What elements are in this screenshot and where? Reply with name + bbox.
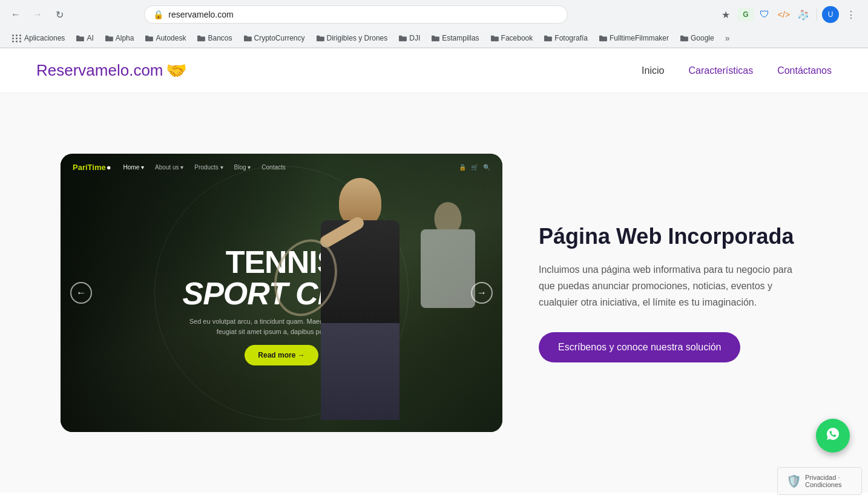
folder-icon: [76, 34, 84, 42]
bookmark-facebook[interactable]: Facebook: [485, 32, 538, 44]
folder-icon: [398, 34, 407, 42]
page-content: Reservamelo.com 🤝 Inicio Características…: [0, 48, 868, 501]
slider-nav-home: Home ▾: [123, 164, 144, 171]
site-navigation: Inicio Características Contáctanos: [642, 65, 832, 76]
bookmark-star-button[interactable]: ★: [716, 5, 735, 24]
folder-icon: [544, 34, 552, 42]
folder-icon: [197, 34, 205, 42]
bookmark-google-label: Google: [691, 34, 714, 42]
browser-chrome: ← → ↻ 🔒 reservamelo.com ★ G 🛡 </> 🧦 U ⋮: [0, 0, 868, 48]
recaptcha-badge: 🛡️ Privacidad · Condiciones: [777, 467, 862, 495]
feature-content: Página Web Incorporada Incluimos una pág…: [539, 223, 807, 363]
bookmark-autodesk-label: Autodesk: [156, 34, 186, 42]
browser-toolbar: ← → ↻ 🔒 reservamelo.com ★ G 🛡 </> 🧦 U ⋮: [0, 0, 868, 29]
bookmark-bancos[interactable]: Bancos: [192, 32, 237, 44]
slider-read-more-button[interactable]: Read more →: [245, 345, 318, 365]
bookmarks-bar: Aplicaciones AI Alpha Autodesk Bancos Cr…: [0, 29, 868, 48]
bookmark-alpha-label: Alpha: [116, 34, 134, 42]
url-text: reservamelo.com: [168, 10, 559, 19]
tennis-slider: PariTime ● Home ▾ About us ▾ Products ▾ …: [61, 154, 502, 432]
folder-icon: [680, 34, 688, 42]
extension-grammarly[interactable]: G: [738, 8, 754, 21]
bookmark-cryptocurrency-label: CryptoCurrency: [254, 34, 305, 42]
bookmark-estampillas[interactable]: Estampillas: [426, 32, 484, 44]
feature-title: Página Web Incorporada: [539, 223, 807, 249]
slider-next-button[interactable]: →: [471, 282, 493, 304]
slider-nav-about: About us ▾: [155, 164, 183, 171]
nav-contactanos[interactable]: Contáctanos: [777, 65, 832, 76]
slider-nav-blog: Blog ▾: [234, 164, 251, 171]
bookmark-fotografia-label: Fotografía: [554, 34, 588, 42]
slider-nav-icons: 🔒 🛒 🔍: [459, 164, 490, 171]
toolbar-divider: [817, 8, 817, 21]
slider-description: Sed eu volutpat arcu, a tincidunt quam. …: [61, 316, 502, 336]
bookmark-fotografia[interactable]: Fotografía: [539, 32, 593, 44]
nav-inicio[interactable]: Inicio: [642, 65, 664, 76]
folder-icon: [243, 34, 252, 42]
bookmark-dji-label: DJI: [409, 34, 420, 42]
bookmark-dji[interactable]: DJI: [393, 32, 425, 44]
slider-prev-button[interactable]: ←: [70, 282, 92, 304]
recaptcha-text-area: Privacidad · Condiciones: [805, 474, 853, 488]
folder-icon: [105, 34, 113, 42]
slider-brand: PariTime: [73, 163, 106, 172]
toolbar-actions: ★ G 🛡 </> 🧦 U ⋮: [716, 5, 861, 24]
extension-shield[interactable]: 🛡: [756, 6, 773, 23]
slider-nav: Home ▾ About us ▾ Products ▾ Blog ▾ Cont…: [123, 164, 286, 171]
cta-button[interactable]: Escríbenos y conoce nuestra solución: [539, 332, 740, 362]
back-button[interactable]: ←: [7, 6, 24, 23]
logo-text: Reservamelo.com: [36, 61, 163, 80]
recaptcha-content: 🛡️ Privacidad · Condiciones: [786, 474, 853, 488]
site-header: Reservamelo.com 🤝 Inicio Características…: [0, 48, 868, 93]
forward-button[interactable]: →: [29, 6, 46, 23]
apps-grid-icon: [12, 34, 22, 42]
bookmark-bancos-label: Bancos: [208, 34, 232, 42]
bookmark-estampillas-label: Estampillas: [442, 34, 479, 42]
bookmark-facebook-label: Facebook: [501, 34, 533, 42]
recaptcha-label: Privacidad · Condiciones: [805, 474, 853, 488]
extension-puzzle[interactable]: 🧦: [795, 6, 812, 23]
folder-icon: [145, 34, 153, 42]
slider-icon3: 🔍: [483, 164, 490, 171]
logo-hand-icon: 🤝: [166, 61, 187, 80]
bookmark-apps[interactable]: Aplicaciones: [7, 32, 70, 44]
slider-brand-dot: ●: [107, 163, 111, 172]
site-logo: Reservamelo.com 🤝: [36, 61, 187, 80]
slider-nav-contacts: Contacts: [261, 164, 285, 171]
folder-icon: [599, 34, 607, 42]
slider-icon2: 🛒: [471, 164, 478, 171]
bookmark-cryptocurrency[interactable]: CryptoCurrency: [238, 32, 310, 44]
folder-icon: [316, 34, 324, 42]
folder-icon: [431, 34, 439, 42]
recaptcha-icon: 🛡️: [786, 474, 801, 488]
secure-icon: 🔒: [153, 10, 163, 19]
bookmark-autodesk[interactable]: Autodesk: [140, 32, 191, 44]
slider-topbar: PariTime ● Home ▾ About us ▾ Products ▾ …: [61, 154, 502, 181]
feature-description: Incluimos una página web informativa par…: [539, 261, 807, 311]
nav-caracteristicas[interactable]: Características: [688, 65, 753, 76]
slider-icon1: 🔒: [459, 164, 466, 171]
extension-code[interactable]: </>: [775, 6, 792, 23]
address-bar[interactable]: 🔒 reservamelo.com: [144, 5, 568, 24]
slider-nav-products: Products ▾: [194, 164, 223, 171]
more-options-button[interactable]: ⋮: [841, 5, 861, 24]
refresh-button[interactable]: ↻: [51, 6, 68, 23]
bookmark-fulltimefilmmaker-label: FulltimeFilmmaker: [610, 34, 669, 42]
main-content: PariTime ● Home ▾ About us ▾ Products ▾ …: [0, 93, 868, 493]
player-pants: [321, 323, 399, 420]
bookmark-dirigibles[interactable]: Dirigibles y Drones: [311, 32, 393, 44]
bookmark-alpha[interactable]: Alpha: [100, 32, 139, 44]
folder-icon: [490, 34, 499, 42]
more-bookmarks-button[interactable]: »: [722, 31, 734, 45]
bookmark-dirigibles-label: Dirigibles y Drones: [327, 34, 388, 42]
bookmark-ai-label: AI: [87, 34, 93, 42]
user-avatar[interactable]: U: [822, 6, 839, 23]
whatsapp-button[interactable]: [816, 419, 850, 453]
bookmark-google[interactable]: Google: [675, 32, 719, 44]
whatsapp-icon: [823, 424, 843, 448]
bookmark-ai[interactable]: AI: [71, 32, 98, 44]
bookmark-apps-label: Aplicaciones: [24, 34, 65, 42]
bookmark-fulltimefilmmaker[interactable]: FulltimeFilmmaker: [594, 32, 674, 44]
